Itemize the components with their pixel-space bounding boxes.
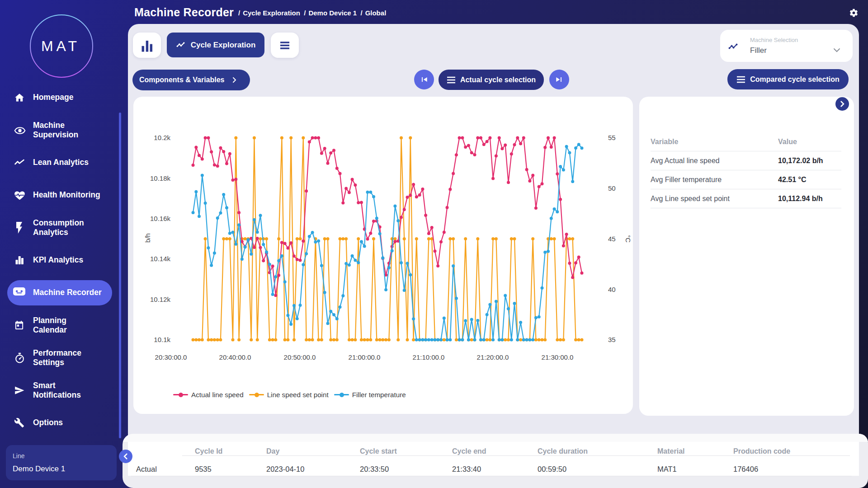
svg-text:MAT: MAT — [41, 38, 80, 54]
